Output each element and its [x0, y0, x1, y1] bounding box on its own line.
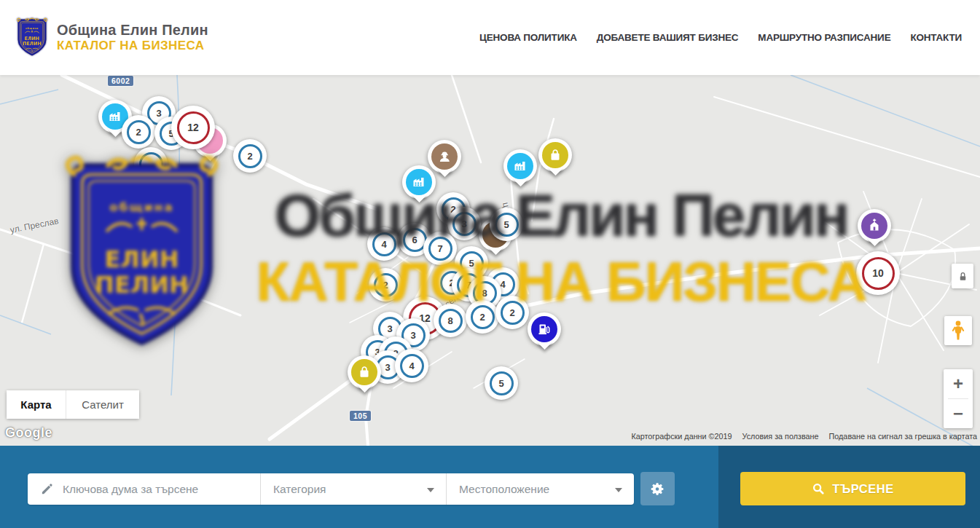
category-select-value: Категория — [273, 483, 326, 496]
attribution-data: Картографски данни ©2019 — [631, 432, 732, 441]
map-canvas[interactable]: ул. Преславциибул. „Новосел6002105 32512… — [0, 75, 980, 446]
search-button-label: ТЪРСЕНЕ — [832, 482, 893, 496]
map-cluster-marker[interactable]: 8 — [434, 304, 467, 337]
municipality-crest-icon — [16, 17, 48, 58]
cluster-ring: 3 — [452, 212, 477, 236]
pegman-icon — [949, 320, 967, 342]
nav-link[interactable]: ДОБАВЕТЕ ВАШИЯТ БИЗНЕС — [597, 32, 739, 43]
zoom-in-button[interactable]: + — [944, 369, 973, 398]
cluster-ring: 2 — [374, 273, 398, 297]
map-cluster-marker[interactable]: 7 — [423, 232, 457, 265]
lock-button[interactable] — [952, 264, 973, 288]
map-type-map-button[interactable]: Карта — [7, 390, 66, 419]
map-cluster-marker[interactable]: 12 — [171, 106, 215, 149]
cluster-ring: 7 — [428, 237, 452, 261]
google-logo[interactable]: Google — [5, 425, 52, 441]
cluster-count: 2 — [136, 127, 141, 138]
map-attribution: Картографски данни ©2019 Условия за полз… — [631, 432, 977, 441]
cluster-count: 8 — [482, 288, 487, 299]
map-cluster-marker[interactable]: 3 — [447, 207, 481, 240]
cluster-count: 5 — [469, 258, 474, 269]
road-shield: 6002 — [108, 76, 133, 86]
cluster-count: 4 — [381, 239, 386, 250]
cluster-count: 5 — [503, 219, 509, 230]
map-pin-factory[interactable] — [503, 149, 537, 183]
map-cluster-marker[interactable]: 10 — [856, 251, 900, 295]
advanced-search-button[interactable] — [640, 472, 675, 505]
cluster-ring: 5 — [490, 371, 514, 395]
map-type-satellite-button[interactable]: Сателит — [66, 390, 139, 419]
cluster-count: 3 — [387, 323, 392, 334]
cluster-count: 10 — [872, 267, 884, 279]
padlock-icon — [957, 270, 968, 283]
location-select[interactable]: Местоположение — [447, 473, 634, 505]
map-cluster-marker[interactable]: 5 — [485, 366, 518, 400]
cluster-count: 2 — [247, 151, 252, 162]
cluster-count: 2 — [479, 312, 485, 323]
chevron-down-icon — [615, 488, 622, 492]
chevron-down-icon — [427, 488, 434, 492]
map-cluster-marker[interactable]: 5 — [490, 208, 523, 241]
map-cluster-marker[interactable] — [134, 147, 168, 181]
cluster-ring: 8 — [439, 309, 463, 333]
nav-link[interactable]: МАРШРУТНО РАЗПИСАНИЕ — [758, 32, 890, 43]
nav-link[interactable]: КОНТАКТИ — [910, 32, 962, 43]
search-submit-button[interactable]: ТЪРСЕНЕ — [740, 472, 965, 505]
map-cluster-marker[interactable]: 4 — [367, 227, 401, 261]
cluster-count: 7 — [437, 243, 442, 254]
cluster-count: 2 — [509, 307, 514, 318]
cluster-ring: 2 — [501, 301, 525, 325]
map-pin-worker[interactable] — [428, 140, 461, 173]
cluster-count: 4 — [409, 360, 414, 371]
map-type-control: Карта Сателит — [7, 390, 139, 419]
filter-group: Категория Местоположение — [28, 473, 634, 505]
street-view-pegman-button[interactable] — [944, 316, 972, 345]
bag-icon — [351, 359, 377, 385]
attribution-report-link[interactable]: Подаване на сигнал за грешка в картата — [829, 432, 977, 441]
map-pin-fuel[interactable] — [528, 312, 561, 346]
cluster-ring: 4 — [400, 354, 424, 378]
zoom-control: + − — [944, 369, 973, 428]
search-bar: Категория Местоположение ТЪРСЕНЕ — [0, 446, 980, 528]
factory-icon — [507, 153, 533, 179]
search-keyword-input[interactable] — [63, 483, 260, 496]
cluster-ring: 4 — [372, 232, 396, 256]
site-logo[interactable]: Община Елин Пелин КАТАЛОГ НА БИЗНЕСА — [16, 17, 208, 58]
worker-icon — [431, 143, 458, 170]
road-shield: 105 — [350, 411, 371, 421]
cluster-count: 3 — [385, 362, 390, 373]
site-header: Община Елин Пелин КАТАЛОГ НА БИЗНЕСА ЦЕН… — [0, 0, 980, 75]
fuel-icon — [531, 316, 557, 342]
map-pin-church[interactable] — [858, 209, 891, 243]
cluster-ring: 2 — [471, 305, 495, 329]
attribution-terms-link[interactable]: Условия за ползване — [742, 432, 819, 441]
map-cluster-marker[interactable]: 2 — [369, 268, 402, 302]
cluster-count: 6 — [412, 235, 417, 245]
keyword-field-wrap — [28, 473, 261, 505]
map-cluster-marker[interactable]: 2 — [122, 115, 155, 149]
cluster-ring: 10 — [862, 257, 895, 290]
nav-link[interactable]: ЦЕНОВА ПОЛИТИКА — [479, 32, 577, 43]
category-select[interactable]: Категория — [261, 473, 447, 505]
cluster-count: 3 — [410, 330, 415, 341]
map-cluster-marker[interactable]: 4 — [395, 349, 428, 382]
map-pin-factory[interactable] — [402, 165, 436, 199]
location-select-value: Местоположение — [459, 483, 549, 496]
cluster-count: 12 — [187, 122, 199, 133]
cluster-ring: 12 — [177, 111, 210, 144]
cluster-ring: 2 — [238, 144, 262, 168]
cluster-ring: 5 — [495, 213, 519, 237]
site-subtitle: КАТАЛОГ НА БИЗНЕСА — [57, 39, 208, 53]
church-icon — [861, 213, 887, 239]
zoom-out-button[interactable]: − — [944, 399, 973, 428]
cluster-count: 8 — [447, 315, 452, 326]
cluster-ring: 2 — [127, 120, 151, 144]
map-cluster-marker[interactable]: 2 — [495, 296, 529, 329]
map-cluster-marker[interactable]: 2 — [466, 300, 499, 334]
cluster-count: 3 — [461, 218, 466, 229]
map-pin-bag[interactable] — [538, 138, 572, 172]
cluster-count: 5 — [498, 378, 503, 389]
site-title: Община Елин Пелин — [57, 22, 208, 39]
map-pin-bag[interactable] — [348, 355, 381, 389]
map-cluster-marker[interactable]: 2 — [233, 139, 267, 173]
